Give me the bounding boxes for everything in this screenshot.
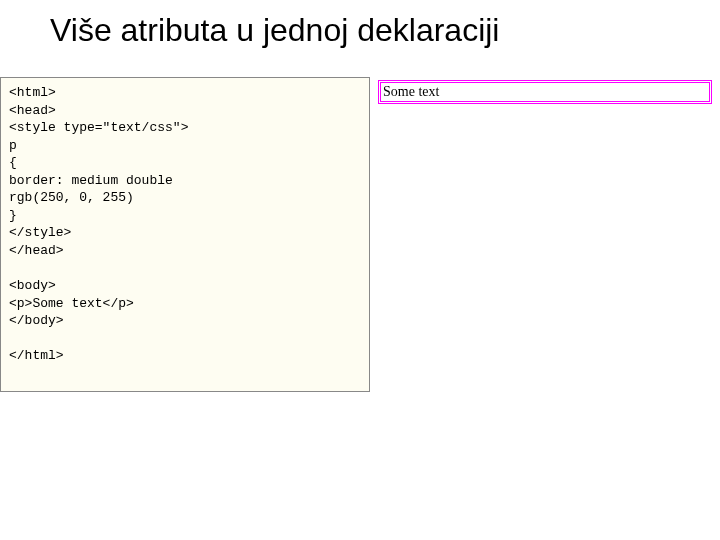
code-line: { bbox=[9, 155, 17, 170]
code-line: rgb(250, 0, 255) bbox=[9, 190, 134, 205]
code-pane: <html> <head> <style type="text/css"> p … bbox=[0, 77, 370, 392]
code-line: <p>Some text</p> bbox=[9, 296, 134, 311]
slide-title: Više atributa u jednoj deklaraciji bbox=[0, 12, 720, 77]
slide: Više atributa u jednoj deklaraciji <html… bbox=[0, 0, 720, 540]
code-line: p bbox=[9, 138, 17, 153]
code-line: <body> bbox=[9, 278, 56, 293]
content-row: <html> <head> <style type="text/css"> p … bbox=[0, 77, 720, 392]
code-line: <html> bbox=[9, 85, 56, 100]
code-line: </head> bbox=[9, 243, 64, 258]
code-line: <head> bbox=[9, 103, 56, 118]
code-line: border: medium double bbox=[9, 173, 173, 188]
code-line: </body> bbox=[9, 313, 64, 328]
code-line: </html> bbox=[9, 348, 64, 363]
preview-pane: Some text bbox=[370, 77, 720, 392]
code-line: } bbox=[9, 208, 17, 223]
preview-paragraph: Some text bbox=[378, 80, 712, 104]
code-line: </style> bbox=[9, 225, 71, 240]
code-line: <style type="text/css"> bbox=[9, 120, 188, 135]
